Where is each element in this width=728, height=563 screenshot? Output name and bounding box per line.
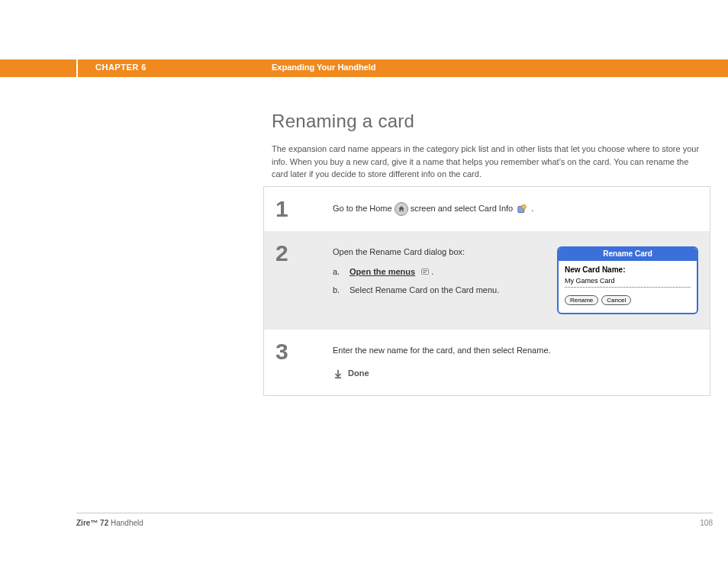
step1-text-before: Go to the Home (333, 203, 392, 215)
steps-container: 1 Go to the Home screen and select Card … (263, 186, 710, 396)
step2-sub-b: b. Select Rename Card on the Card menu. (333, 285, 542, 297)
sub-letter-a: a. (333, 266, 342, 278)
sub-b-text: Select Rename Card on the Card menu. (350, 285, 499, 297)
chapter-header-bar: CHAPTER 6 Expanding Your Handheld (0, 60, 728, 77)
device-name: Zire™ 72 Handheld (76, 519, 143, 527)
document-page: CHAPTER 6 Expanding Your Handheld Renami… (0, 0, 728, 563)
step-1: 1 Go to the Home screen and select Card … (264, 187, 710, 231)
step-3: 3 Enter the new name for the card, and t… (264, 330, 710, 395)
step-body: Enter the new name for the card, and the… (333, 330, 710, 395)
done-label: Done (348, 368, 369, 380)
step-text: Go to the Home screen and select Card In… (333, 202, 698, 216)
device-bold: Zire™ 72 (76, 519, 108, 527)
header-accent-left (0, 60, 76, 77)
step-body: Go to the Home screen and select Card In… (333, 187, 710, 231)
open-menus-link[interactable]: Open the menus (350, 267, 415, 276)
done-row: Done (333, 368, 698, 380)
sub-letter-b: b. (333, 285, 342, 297)
dialog-titlebar: Rename Card (559, 248, 697, 261)
page-number: 108 (700, 519, 713, 527)
rename-button: Rename (565, 295, 598, 305)
dialog-body: New Card Name: My Games Card Rename Canc… (559, 261, 697, 314)
cancel-button: Cancel (601, 295, 631, 305)
step-number-col: 2 (264, 231, 333, 275)
sub-a-after: . (431, 267, 433, 276)
step-text: Open the Rename Card dialog box: a. Open… (333, 246, 542, 314)
svg-point-1 (522, 204, 527, 209)
dialog-field-label: New Card Name: (565, 265, 691, 276)
step-number-col: 1 (264, 187, 333, 231)
sub-a-content: Open the menus . (350, 266, 433, 278)
device-rest: Handheld (108, 519, 143, 527)
step2-sub-a: a. Open the menus (333, 266, 542, 278)
step3-text: Enter the new name for the card, and the… (333, 345, 698, 357)
step1-text-after: . (531, 203, 533, 215)
home-icon (395, 202, 408, 216)
header-accent-right (78, 60, 728, 77)
step-text: Enter the new name for the card, and the… (333, 345, 698, 380)
step2-sublist: a. Open the menus (333, 266, 542, 297)
chapter-label: CHAPTER 6 (95, 63, 147, 72)
rename-card-dialog: Rename Card New Card Name: My Games Card… (557, 246, 698, 314)
page-footer: Zire™ 72 Handheld 108 (76, 513, 713, 527)
step-body: Open the Rename Card dialog box: a. Open… (333, 231, 710, 330)
step-number: 2 (275, 242, 333, 265)
section-label: Expanding Your Handheld (272, 63, 376, 72)
page-title: Renaming a card (272, 111, 703, 132)
step-number-col: 3 (264, 330, 333, 374)
card-info-icon (515, 203, 529, 215)
dialog-buttons: Rename Cancel (565, 295, 691, 305)
main-content: Renaming a card The expansion card name … (272, 111, 703, 181)
step-2: 2 Open the Rename Card dialog box: a. Op… (264, 231, 710, 330)
step-number: 3 (275, 340, 333, 363)
step2-lead: Open the Rename Card dialog box: (333, 246, 542, 259)
done-arrow-icon (333, 368, 343, 379)
intro-paragraph: The expansion card name appears in the c… (272, 143, 703, 181)
step1-text-mid: screen and select Card Info (411, 203, 514, 215)
dialog-input-value: My Games Card (565, 276, 691, 288)
menu-icon (419, 267, 431, 278)
step-number: 1 (275, 198, 333, 220)
